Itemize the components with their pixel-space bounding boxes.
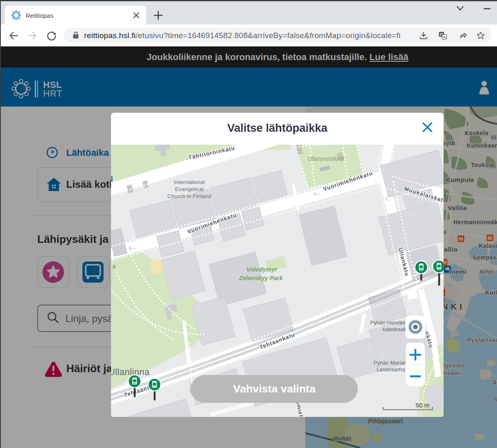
svg-text:Lastentarha: Lastentarha: [376, 366, 405, 373]
svg-text:Pyhän Marian: Pyhän Marian: [374, 360, 407, 366]
svg-text:Ullanpuistikko: Ullanpuistikko: [308, 155, 344, 162]
svg-text:Volodymyr: Volodymyr: [246, 266, 278, 273]
svg-text:Evangelical: Evangelical: [175, 186, 203, 192]
svg-text:Ullanlinna: Ullanlinna: [111, 367, 150, 377]
svg-text:Pyhän Henrikin: Pyhän Henrikin: [370, 320, 407, 326]
svg-text:International: International: [174, 179, 205, 185]
svg-text:katedraali: katedraali: [383, 326, 406, 332]
svg-text:Zelenskyy Park: Zelenskyy Park: [239, 275, 283, 281]
svg-text:k: k: [113, 264, 116, 270]
svg-text:50 m: 50 m: [415, 402, 429, 409]
svg-text:Church in Finland: Church in Finland: [167, 193, 211, 199]
